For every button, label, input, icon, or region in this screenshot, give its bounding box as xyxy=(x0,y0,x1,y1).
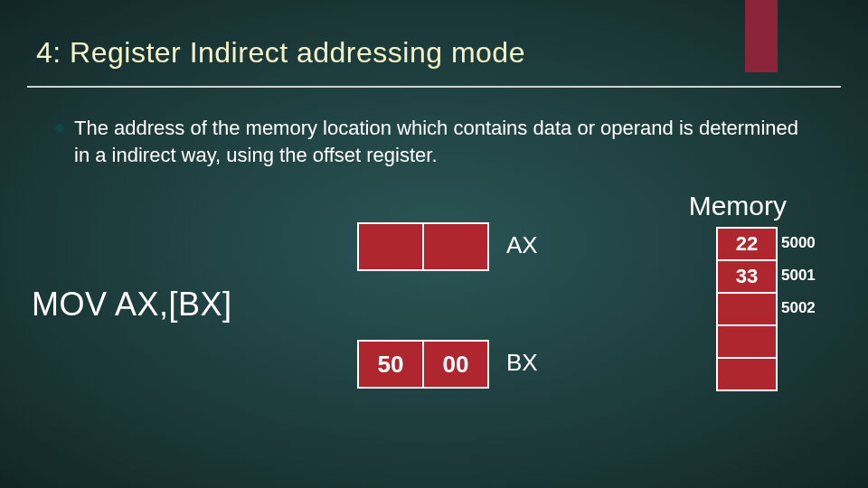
accent-tab xyxy=(745,0,778,72)
memory-row xyxy=(718,359,776,391)
register-bx-lo: 00 xyxy=(424,342,487,387)
register-bx-label: BX xyxy=(506,349,538,377)
page-title: 4: Register Indirect addressing mode xyxy=(0,0,868,79)
memory-cell xyxy=(718,294,776,326)
register-ax-label: AX xyxy=(506,231,538,259)
memory-addr: 5001 xyxy=(781,267,835,285)
diagram: Memory 22 5000 33 5001 5002 AX MOV AX,[B… xyxy=(0,168,868,457)
register-ax-hi xyxy=(359,224,422,269)
register-ax-lo xyxy=(424,224,487,269)
instruction: MOV AX,[BX] xyxy=(32,286,232,324)
register-bx-box: 50 00 xyxy=(357,340,489,389)
memory-addr: 5000 xyxy=(781,234,835,252)
bullet-icon: ◆ xyxy=(54,118,65,136)
memory-row: 33 5001 xyxy=(718,261,776,294)
bullet-text: The address of the memory location which… xyxy=(74,115,816,168)
memory-label: Memory xyxy=(689,191,787,221)
register-bx-hi: 50 xyxy=(359,342,422,387)
memory-row xyxy=(718,326,776,359)
memory-table: 22 5000 33 5001 5002 xyxy=(716,227,778,391)
memory-cell: 22 xyxy=(718,229,776,261)
memory-cell xyxy=(718,359,776,391)
register-ax-box xyxy=(357,222,489,271)
memory-addr: 5002 xyxy=(781,299,835,317)
memory-row: 5002 xyxy=(718,294,776,326)
bullet-row: ◆ The address of the memory location whi… xyxy=(0,88,868,168)
memory-cell xyxy=(718,326,776,359)
memory-cell: 33 xyxy=(718,261,776,294)
memory-row: 22 5000 xyxy=(718,229,776,261)
